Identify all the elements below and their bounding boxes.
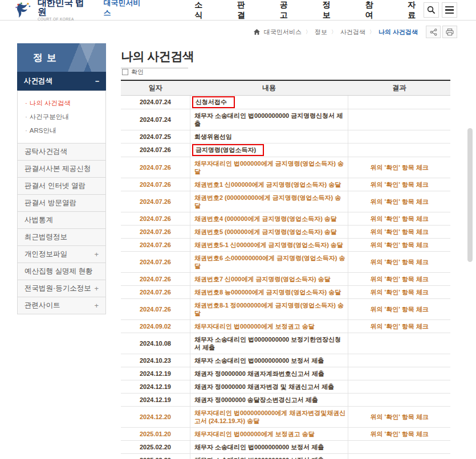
red-highlight-box: 금지명령(영업소득자): [192, 144, 264, 156]
cell-result: 위의 '확인' 항목 체크: [348, 406, 450, 427]
cell-result: 위의 '확인' 항목 체크: [348, 427, 450, 440]
collapse-minus-icon[interactable]: −: [95, 77, 99, 85]
cell-content: 채무자 소송대리인 법0000000000 보정기한연장신청서 제출: [190, 333, 348, 354]
cell-content: 신청서접수: [190, 95, 348, 109]
cell-content: 채권번호2 (000000000에게 금지명령(영업소득자) 송달: [190, 191, 348, 212]
sidebar-item[interactable]: 판결서 인터넷 열람: [17, 177, 106, 195]
cell-content: 회생위원선임: [190, 130, 348, 143]
table-row: 2024.07.26 금지명령(영업소득자): [121, 143, 450, 157]
search-icon: [427, 6, 436, 14]
breadcrumb-item[interactable]: 정보: [315, 28, 327, 36]
table-row: 2024.07.26 채권번호2 (000000000에게 금지명령(영업소득자…: [121, 191, 450, 212]
menu-button[interactable]: [442, 2, 457, 18]
table-header-row: 일자 내용 결과: [121, 80, 450, 95]
cell-result: 위의 '확인' 항목 체크: [348, 178, 450, 191]
top-nav-item[interactable]: 참여: [365, 0, 381, 21]
red-highlight-box: 신청서접수: [192, 96, 235, 108]
cell-date: 2024.07.26: [121, 191, 190, 212]
breadcrumb-item[interactable]: 나의 사건검색: [379, 28, 418, 36]
cell-result: 위의 '확인' 항목 체크: [348, 225, 450, 238]
cell-content: 채권자 정0000000 채권자변경 및 채권신고서 제출: [190, 380, 348, 393]
cell-result: 위의 '확인' 항목 체크: [348, 238, 450, 251]
confirm-checkbox-label: 확인: [131, 69, 144, 76]
column-header-content: 내용: [190, 80, 348, 95]
cell-date: 2024.07.26: [121, 225, 190, 238]
sidebar: 정보 사건검색 − ·나의 사건검색 ·사건구분안내 ·ARS안내 공탁사건검색…: [17, 43, 106, 314]
cell-date: 2024.07.26: [121, 238, 190, 251]
share-button[interactable]: [426, 26, 441, 38]
sidebar-item[interactable]: 예산집행 실명제 현황: [17, 263, 106, 280]
sidebar-item[interactable]: 최근법령정보: [17, 228, 106, 246]
share-icon: [430, 28, 437, 36]
sidebar-item[interactable]: 판결서 방문열람: [17, 194, 106, 212]
breadcrumb-separator-icon: 〉: [331, 28, 336, 36]
expand-plus-icon[interactable]: +: [94, 250, 99, 259]
cell-result: 위의 '확인' 항목 체크: [348, 157, 450, 178]
logo[interactable]: 대한민국 법원 COURT OF KOREA 대국민서비스: [14, 0, 148, 22]
cell-content: 채권번호5 (000000에게 금지명령(영업소득자) 송달: [190, 225, 348, 238]
cell-content: 채무자 소송대리인 법0000000000 보정서 제출: [190, 354, 348, 367]
cell-date: 2024.07.26: [121, 285, 190, 298]
top-nav-item[interactable]: 소식: [194, 0, 210, 21]
search-button[interactable]: [424, 2, 439, 18]
confirm-checkbox[interactable]: [122, 69, 128, 75]
cell-date: 2025.01.20: [121, 427, 190, 440]
page-title: 나의 사건검색: [121, 48, 450, 64]
table-row: 2024.12.19 채권자 정0000000 송달장소변경신고서 제출: [121, 393, 450, 406]
cell-content: 채권번호7 신000에게 금지명령(영업소득자) 송달: [190, 272, 348, 285]
cell-content: 채무자대리인 법0000000000에게 채권자변경및채권신고서 (24.12.…: [190, 406, 348, 427]
sidebar-item[interactable]: 관련사이트 +: [17, 297, 106, 314]
sidebar-submenu-item[interactable]: ·나의 사건검색: [25, 96, 105, 110]
cell-result: [348, 143, 450, 157]
table-row: 2024.07.26 채권번호8 능000000에게 금지명령(영업소득자) 송…: [121, 285, 450, 298]
cell-result: [348, 440, 450, 453]
cell-content: 채무자 소송대리인 법0000000000 보정서 제출: [190, 453, 348, 459]
cell-result: [348, 380, 450, 393]
sidebar-item[interactable]: 사법통계: [17, 211, 106, 229]
logo-service-name: 대국민서비스: [104, 0, 148, 18]
cell-content: 채권번호8-1 정0000000에게 금지명령(영업소득자) 송달: [190, 298, 348, 319]
clipped-confirm-panel: 확인: [121, 67, 450, 80]
main-content: 나의 사건검색 확인 일자 내용 결과 2024.07.24 신청서접수: [121, 43, 450, 459]
cell-date: 2024.07.25: [121, 130, 190, 143]
expand-plus-icon[interactable]: +: [94, 301, 99, 310]
sidebar-item[interactable]: 개인정보파일 +: [17, 245, 106, 263]
breadcrumb-separator-icon: 〉: [369, 28, 375, 36]
cell-date: 2024.12.19: [121, 380, 190, 393]
breadcrumb-bar: 대국민서비스〉정보〉사건검색〉나의 사건검색: [0, 21, 476, 43]
table-row: 2024.12.20 채무자대리인 법0000000000에게 채권자변경및채권…: [121, 406, 450, 427]
print-button[interactable]: [442, 26, 457, 38]
sidebar-item[interactable]: 전국법원·등기소정보 +: [17, 280, 106, 297]
top-nav-item[interactable]: 자료: [408, 0, 424, 21]
sidebar-item[interactable]: 판결서사본 제공신청: [17, 160, 106, 178]
cell-date: 2024.07.26: [121, 143, 190, 157]
breadcrumb-item[interactable]: 대국민서비스: [264, 28, 302, 36]
sidebar-submenu-item[interactable]: ·ARS안내: [25, 124, 105, 137]
table-row: 2024.12.19 채권자 정0000000 채권자계좌번호신고서 제출: [121, 367, 450, 380]
hamburger-icon: [445, 6, 454, 14]
cell-result: 위의 '확인' 항목 체크: [348, 319, 450, 333]
table-row: 2024.10.23 채무자 소송대리인 법0000000000 보정서 제출: [121, 354, 450, 367]
breadcrumb-item[interactable]: 사건검색: [340, 28, 365, 36]
vertical-scrollbar-thumb[interactable]: [467, 128, 473, 262]
sidebar-submenu-item[interactable]: ·사건구분안내: [25, 110, 105, 124]
top-nav-item[interactable]: 공고: [280, 0, 296, 21]
cell-content: 채권번호5-1 신00000에게 금지명령(영업소득자) 송달: [190, 238, 348, 251]
sidebar-title: 정보: [17, 43, 106, 72]
table-row: 2025.01.20 채무자대리인 법000000에게 보정권고 송달 위의 '…: [121, 427, 450, 440]
table-row: 2024.10.08 채무자 소송대리인 법0000000000 보정기한연장신…: [121, 333, 450, 354]
cell-result: 위의 '확인' 항목 체크: [348, 285, 450, 298]
top-navigation: 소식판결공고정보참여자료: [194, 0, 424, 21]
expand-plus-icon[interactable]: +: [94, 284, 99, 293]
table-row: 2024.12.19 채권자 정0000000 채권자변경 및 채권신고서 제출: [121, 380, 450, 393]
sidebar-section-case-search[interactable]: 사건검색 −: [17, 72, 106, 91]
column-header-result: 결과: [348, 80, 450, 95]
home-icon: [254, 29, 260, 35]
cell-result: [348, 333, 450, 354]
top-nav-item[interactable]: 정보: [323, 0, 339, 21]
printer-icon: [446, 28, 454, 36]
cell-result: 위의 '확인' 항목 체크: [348, 212, 450, 225]
table-row: 2024.07.24 신청서접수: [121, 95, 450, 109]
sidebar-item[interactable]: 공탁사건검색: [17, 143, 106, 161]
top-nav-item[interactable]: 판결: [237, 0, 253, 21]
